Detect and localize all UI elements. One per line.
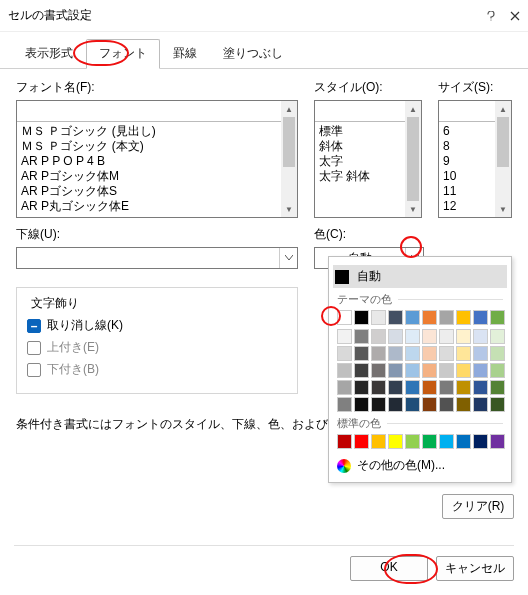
color-swatch[interactable] xyxy=(405,380,420,395)
style-scrollbar[interactable]: ▲▼ xyxy=(405,101,421,217)
tab-fill[interactable]: 塗りつぶし xyxy=(210,39,296,69)
color-swatch[interactable] xyxy=(371,363,386,378)
color-swatch[interactable] xyxy=(354,363,369,378)
font-scrollbar[interactable]: ▲▼ xyxy=(281,101,297,217)
color-swatch[interactable] xyxy=(456,380,471,395)
color-swatch[interactable] xyxy=(388,397,403,412)
font-name-items[interactable]: ＭＳ Ｐゴシック (見出し)ＭＳ Ｐゴシック (本文)AR P P O P 4 … xyxy=(17,122,297,216)
font-name-input[interactable] xyxy=(17,101,297,122)
color-swatch[interactable] xyxy=(490,310,505,325)
color-swatch[interactable] xyxy=(439,310,454,325)
titlebar: セルの書式設定 xyxy=(0,0,528,32)
color-swatch[interactable] xyxy=(337,310,352,325)
help-icon[interactable] xyxy=(486,11,496,21)
color-swatch[interactable] xyxy=(405,434,420,449)
cancel-button[interactable]: キャンセル xyxy=(436,556,514,581)
color-swatch[interactable] xyxy=(439,397,454,412)
color-swatch[interactable] xyxy=(371,346,386,361)
color-swatch[interactable] xyxy=(439,434,454,449)
color-swatch[interactable] xyxy=(473,397,488,412)
color-swatch[interactable] xyxy=(473,380,488,395)
underline-value xyxy=(17,248,279,268)
color-swatch[interactable] xyxy=(405,329,420,344)
color-swatch[interactable] xyxy=(405,363,420,378)
font-name-listbox[interactable]: ＭＳ Ｐゴシック (見出し)ＭＳ Ｐゴシック (本文)AR P P O P 4 … xyxy=(16,100,298,218)
color-swatch[interactable] xyxy=(422,346,437,361)
color-swatch[interactable] xyxy=(473,434,488,449)
color-swatch[interactable] xyxy=(490,380,505,395)
color-auto-row[interactable]: 自動 xyxy=(333,265,507,288)
color-swatch[interactable] xyxy=(371,380,386,395)
color-swatch[interactable] xyxy=(439,380,454,395)
color-swatch[interactable] xyxy=(337,397,352,412)
color-swatch[interactable] xyxy=(354,397,369,412)
color-swatch[interactable] xyxy=(490,363,505,378)
superscript-checkbox-icon[interactable] xyxy=(27,341,41,355)
color-swatch[interactable] xyxy=(439,329,454,344)
color-swatch[interactable] xyxy=(388,363,403,378)
underline-combo[interactable] xyxy=(16,247,298,269)
color-swatch[interactable] xyxy=(371,434,386,449)
tab-border[interactable]: 罫線 xyxy=(160,39,210,69)
color-swatch[interactable] xyxy=(388,434,403,449)
color-picker-popup: 自動 テーマの色 標準の色 その他の色(M)... xyxy=(328,256,512,483)
color-swatch[interactable] xyxy=(422,310,437,325)
color-swatch[interactable] xyxy=(490,434,505,449)
color-swatch[interactable] xyxy=(405,346,420,361)
color-swatch[interactable] xyxy=(405,310,420,325)
close-icon[interactable] xyxy=(510,11,520,21)
color-swatch[interactable] xyxy=(388,346,403,361)
color-swatch[interactable] xyxy=(490,397,505,412)
style-listbox[interactable]: 標準斜体 太字太字 斜体 ▲▼ xyxy=(314,100,422,218)
color-swatch[interactable] xyxy=(337,363,352,378)
ok-button[interactable]: OK xyxy=(350,556,428,581)
clear-button[interactable]: クリア(R) xyxy=(442,494,514,519)
tab-font[interactable]: フォント xyxy=(86,39,160,69)
size-scrollbar[interactable]: ▲▼ xyxy=(495,101,511,217)
color-swatch[interactable] xyxy=(354,310,369,325)
color-swatch[interactable] xyxy=(422,329,437,344)
color-swatch[interactable] xyxy=(422,363,437,378)
color-swatch[interactable] xyxy=(490,346,505,361)
checkbox-subscript[interactable]: 下付き(B) xyxy=(27,361,287,378)
tab-number-format[interactable]: 表示形式 xyxy=(12,39,86,69)
color-swatch[interactable] xyxy=(388,380,403,395)
color-swatch[interactable] xyxy=(354,434,369,449)
color-swatch[interactable] xyxy=(439,363,454,378)
color-swatch[interactable] xyxy=(371,397,386,412)
chevron-down-icon[interactable] xyxy=(279,248,297,268)
color-swatch[interactable] xyxy=(456,346,471,361)
color-swatch[interactable] xyxy=(456,310,471,325)
checkbox-superscript[interactable]: 上付き(E) xyxy=(27,339,287,356)
color-swatch[interactable] xyxy=(371,329,386,344)
color-swatch[interactable] xyxy=(456,434,471,449)
subscript-checkbox-icon[interactable] xyxy=(27,363,41,377)
color-swatch[interactable] xyxy=(456,397,471,412)
color-swatch[interactable] xyxy=(473,363,488,378)
color-swatch[interactable] xyxy=(405,397,420,412)
color-swatch[interactable] xyxy=(337,346,352,361)
more-colors-row[interactable]: その他の色(M)... xyxy=(337,457,503,474)
color-swatch[interactable] xyxy=(473,346,488,361)
color-swatch[interactable] xyxy=(337,380,352,395)
color-swatch[interactable] xyxy=(371,310,386,325)
color-swatch[interactable] xyxy=(388,310,403,325)
color-swatch[interactable] xyxy=(388,329,403,344)
strike-checkbox-icon[interactable] xyxy=(27,319,41,333)
checkbox-strike[interactable]: 取り消し線(K) xyxy=(27,317,287,334)
color-swatch[interactable] xyxy=(422,434,437,449)
color-swatch[interactable] xyxy=(473,310,488,325)
color-swatch[interactable] xyxy=(439,346,454,361)
color-swatch[interactable] xyxy=(473,329,488,344)
color-swatch[interactable] xyxy=(490,329,505,344)
color-swatch[interactable] xyxy=(422,380,437,395)
color-swatch[interactable] xyxy=(354,329,369,344)
color-swatch[interactable] xyxy=(456,329,471,344)
color-swatch[interactable] xyxy=(456,363,471,378)
color-swatch[interactable] xyxy=(337,434,352,449)
color-swatch[interactable] xyxy=(337,329,352,344)
color-swatch[interactable] xyxy=(354,346,369,361)
color-swatch[interactable] xyxy=(422,397,437,412)
color-swatch[interactable] xyxy=(354,380,369,395)
size-listbox[interactable]: 689 101112 ▲▼ xyxy=(438,100,512,218)
